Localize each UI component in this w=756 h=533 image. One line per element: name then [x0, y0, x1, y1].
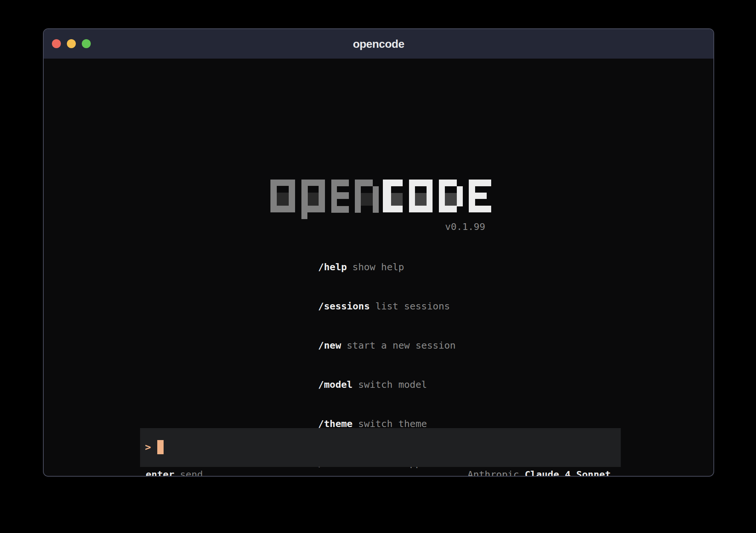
model-name: Claude 4 Sonnet [525, 469, 611, 477]
command-row-model: /modelswitch model [272, 365, 456, 404]
logo-letter-e [331, 180, 349, 213]
window-title: opencode [353, 38, 405, 50]
logo-letter-e2 [469, 180, 491, 212]
command-name: /model [318, 379, 353, 390]
model-provider: Anthropic [468, 469, 519, 477]
logo-letter-o2 [409, 180, 433, 212]
statusbar: entersend AnthropicClaude 4 Sonnet [146, 469, 611, 477]
command-name: /help [318, 261, 347, 272]
command-row-sessions: /sessionslist sessions [272, 287, 456, 326]
command-row-help: /helpshow help [272, 247, 456, 287]
key-hint: entersend [146, 469, 203, 477]
command-description: list sessions [375, 300, 450, 312]
command-description: show help [353, 261, 404, 272]
command-description: switch theme [358, 418, 427, 429]
logo-letter-n [355, 180, 379, 213]
prompt-chevron-icon: > [145, 440, 151, 454]
titlebar[interactable]: opencode [44, 29, 713, 59]
key-hint-key: enter [146, 469, 174, 477]
logo-letter-o [270, 180, 295, 212]
traffic-light-zoom-button[interactable] [82, 39, 91, 48]
version-label: v0.1.99 [410, 222, 485, 231]
opencode-logo [270, 180, 491, 219]
prompt-input-box[interactable]: > [140, 428, 621, 467]
command-description: switch model [358, 379, 427, 390]
command-row-new: /newstart a new session [272, 326, 456, 365]
logo-letter-p [301, 180, 325, 212]
logo-letter-d [439, 180, 463, 212]
traffic-light-minimize-button[interactable] [67, 39, 76, 48]
app-window: opencode [43, 28, 714, 477]
model-indicator: AnthropicClaude 4 Sonnet [468, 469, 611, 477]
command-description: start a new session [347, 340, 456, 351]
command-name: /sessions [318, 300, 370, 312]
logo-letter-c [383, 180, 403, 212]
traffic-light-close-button[interactable] [52, 39, 61, 48]
key-hint-action: send [180, 469, 203, 477]
command-name: /new [318, 340, 341, 351]
traffic-lights [52, 39, 91, 48]
terminal-content: v0.1.99 /helpshow help /sessionslist ses… [44, 59, 713, 477]
text-cursor [157, 440, 164, 454]
command-name: /theme [318, 418, 353, 429]
